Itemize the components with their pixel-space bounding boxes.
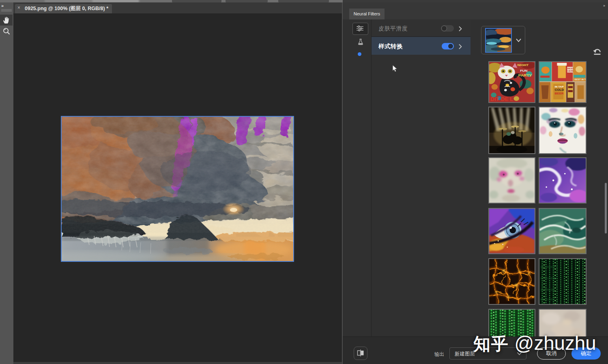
svg-text:FUN: FUN — [520, 69, 527, 72]
svg-text:001011011: 001011011 — [540, 298, 555, 301]
svg-text:BEST IN T: BEST IN T — [575, 78, 586, 81]
svg-text:DIT DE L: DIT DE L — [490, 97, 513, 102]
svg-text:010011010: 010011010 — [540, 277, 555, 280]
svg-text:IN TAP: IN TAP — [555, 86, 564, 88]
svg-text:COLD: COLD — [555, 88, 564, 92]
svg-text:101101011: 101101011 — [540, 266, 555, 269]
svg-text:90130905: 90130905 — [490, 318, 505, 321]
svg-text:BEER: BEER — [555, 92, 564, 95]
svg-text:PARTY: PARTY — [518, 73, 532, 77]
svg-text:110100101: 110100101 — [540, 288, 555, 291]
svg-text:NIGHT: NIGHT — [517, 63, 529, 66]
